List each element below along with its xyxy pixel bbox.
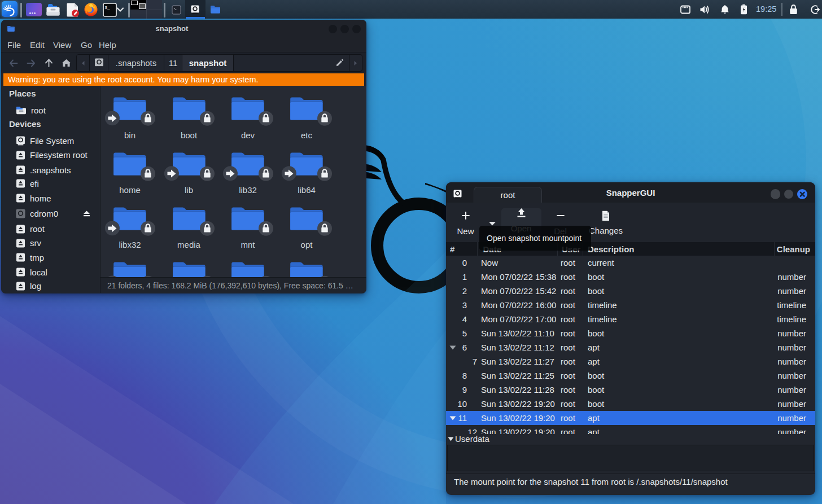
svg-text:$_: $_ (104, 5, 110, 10)
